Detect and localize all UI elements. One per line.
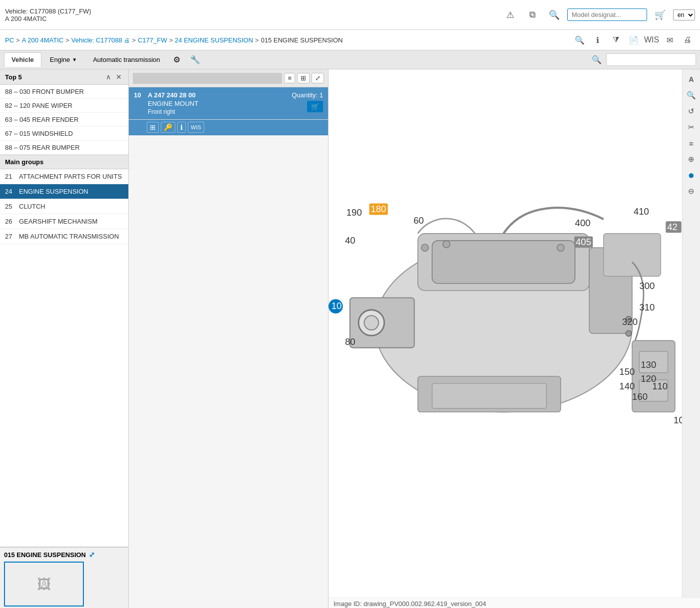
- bc-engine-susp[interactable]: 24 ENGINE SUSPENSION: [175, 36, 253, 44]
- top5-item[interactable]: 63 – 045 REAR FENDER: [0, 113, 128, 127]
- part-number: A 247 240 28 00: [148, 91, 292, 99]
- zoom-in-bc-btn[interactable]: 🔍: [572, 33, 587, 47]
- refresh-btn[interactable]: ↺: [685, 104, 699, 118]
- sidebar: Top 5 ∧ ✕ 88 – 030 FRONT BUMPER82 – 120 …: [0, 69, 129, 608]
- search-model-input[interactable]: [567, 8, 647, 21]
- part-icons-row: ⊞ 🔑 ℹ WIS: [129, 120, 328, 135]
- top5-item[interactable]: 88 – 030 FRONT BUMPER: [0, 85, 128, 99]
- part-key-icon-btn[interactable]: 🔑: [161, 122, 175, 133]
- image-area: 190 180 60 410 42 400 405 40 300: [329, 69, 700, 608]
- top5-title: Top 5: [5, 73, 22, 81]
- top5-close-btn[interactable]: ✕: [114, 72, 123, 81]
- part-wis-icon-btn[interactable]: WIS: [188, 122, 204, 133]
- callout-40: 40: [345, 235, 355, 246]
- callout-150: 150: [619, 366, 635, 377]
- copy-icon-btn[interactable]: ⧉: [523, 6, 541, 24]
- tab-engine[interactable]: Engine ▼: [42, 52, 84, 67]
- group-label: ENGINE SUSPENSION: [19, 188, 88, 195]
- top-bar-right: ⚠ ⧉ 🔍 🛒 en de fr: [501, 6, 695, 24]
- engine-diagram: 190 180 60 410 42 400 405 40 300: [329, 69, 700, 598]
- image-id-text: Image ID: drawing_PV000.002.962.419_vers…: [334, 600, 486, 608]
- group-num: 27: [5, 233, 19, 240]
- tab-icon1[interactable]: ⚙: [169, 52, 185, 67]
- part-row[interactable]: 10 A 247 240 28 00 ENGINE MOUNT Front ri…: [129, 87, 328, 120]
- tab-auto-trans[interactable]: Automatic transmission: [85, 52, 167, 67]
- breadcrumb: PC > A 200 4MATIC > Vehicle: C177088 🖨 >…: [0, 30, 700, 50]
- ext-link-icon[interactable]: ⤢: [89, 551, 95, 559]
- font-size-btn[interactable]: A: [685, 72, 699, 86]
- lang-select[interactable]: en de fr: [673, 9, 695, 20]
- thumbnail-placeholder-icon: 🖼: [37, 576, 51, 593]
- top5-item[interactable]: 88 – 075 REAR BUMPER: [0, 141, 128, 155]
- group-label: GEARSHIFT MECHANISM: [19, 218, 97, 225]
- callout-310: 310: [639, 302, 655, 312]
- callout-60: 60: [413, 215, 424, 226]
- doc-bc-btn[interactable]: 📄: [626, 33, 641, 47]
- breadcrumb-left: PC > A 200 4MATIC > Vehicle: C177088 🖨 >…: [5, 36, 343, 44]
- search-icon-btn[interactable]: 🔍: [545, 6, 563, 24]
- group-item-24[interactable]: 24ENGINE SUSPENSION: [0, 184, 128, 199]
- tab-icon2[interactable]: 🔧: [186, 52, 205, 67]
- info-bc-btn[interactable]: ℹ: [590, 33, 605, 47]
- alert-icon-btn[interactable]: ⚠: [501, 6, 519, 24]
- nav-search-input[interactable]: [606, 53, 696, 66]
- nav-search-icon[interactable]: 🔍: [589, 53, 604, 67]
- add-to-cart-btn[interactable]: 🛒: [307, 101, 323, 112]
- mail-bc-btn[interactable]: ✉: [662, 33, 677, 47]
- callout-130: 130: [641, 359, 656, 370]
- bc-fw[interactable]: C177_FW: [138, 36, 167, 44]
- callout-410: 410: [634, 206, 649, 217]
- zoom-in-btn[interactable]: ⊕: [685, 152, 699, 166]
- parts-area: ≡ ⊞ ⤢ 10 A 247 240 28 00 ENGINE MOUNT Fr…: [129, 69, 329, 608]
- group-item-27[interactable]: 27MB AUTOMATIC TRANSMISSION: [0, 229, 128, 244]
- callout-190: 190: [347, 207, 362, 218]
- part-info-icon-btn[interactable]: ℹ: [177, 122, 186, 133]
- image-controls: A 🔍 ↺ ✂ ≡ ⊕ ● ⊖: [682, 69, 700, 598]
- group-num: 26: [5, 218, 19, 225]
- bc-vehicle[interactable]: Vehicle: C177088 🖨: [71, 36, 130, 44]
- top5-item[interactable]: 82 – 120 PANE WIPER: [0, 99, 128, 113]
- tab-engine-label: Engine: [50, 56, 70, 63]
- qty-label: Quantity: 1: [292, 91, 323, 99]
- image-id-bar: Image ID: drawing_PV000.002.962.419_vers…: [329, 598, 700, 608]
- blue-dot-btn[interactable]: ●: [685, 168, 699, 182]
- tab-vehicle-label: Vehicle: [11, 56, 34, 63]
- top-bar: Vehicle: C177088 (C177_FW) A 200 4MATIC …: [0, 0, 700, 30]
- main-groups-title: Main groups: [5, 158, 43, 166]
- zoom-out-btn[interactable]: ⊖: [685, 184, 699, 198]
- groups-list: 21ATTACHMENT PARTS FOR UNITS24ENGINE SUS…: [0, 169, 128, 244]
- bc-pc[interactable]: PC: [5, 36, 14, 44]
- group-item-25[interactable]: 25CLUTCH: [0, 199, 128, 214]
- part-table-icon-btn[interactable]: ⊞: [147, 122, 159, 133]
- bottom-section: 015 ENGINE SUSPENSION ⤢ 🖼: [0, 547, 129, 608]
- cut-btn[interactable]: ✂: [685, 120, 699, 134]
- bc-current: 015 ENGINE SUSPENSION: [261, 36, 343, 44]
- svg-rect-4: [604, 234, 661, 277]
- tab-vehicle[interactable]: Vehicle: [4, 52, 41, 67]
- callout-405: 405: [576, 237, 591, 247]
- svg-rect-12: [432, 383, 546, 408]
- part-name: ENGINE MOUNT: [148, 100, 292, 107]
- grid-view-btn[interactable]: ⊞: [297, 73, 310, 83]
- main-layout: Top 5 ∧ ✕ 88 – 030 FRONT BUMPER82 – 120 …: [0, 69, 700, 608]
- print-bc-btn[interactable]: 🖨: [680, 33, 695, 47]
- vehicle-line2: A 200 4MATIC: [5, 15, 91, 22]
- svg-point-10: [557, 244, 564, 251]
- tab-auto-trans-label: Automatic transmission: [93, 56, 160, 63]
- group-label: MB AUTOMATIC TRANSMISSION: [19, 233, 119, 240]
- part-desc: Front right: [148, 108, 292, 115]
- filter-bc-btn[interactable]: ⧩: [608, 33, 623, 47]
- bc-model[interactable]: A 200 4MATIC: [22, 36, 64, 44]
- section-title-text: 015 ENGINE SUSPENSION: [4, 551, 86, 559]
- group-item-26[interactable]: 26GEARSHIFT MECHANISM: [0, 214, 128, 229]
- top5-collapse-btn[interactable]: ∧: [104, 72, 112, 81]
- svg-point-9: [443, 241, 450, 248]
- group-item-21[interactable]: 21ATTACHMENT PARTS FOR UNITS: [0, 169, 128, 184]
- list-view-btn[interactable]: ≡: [284, 73, 295, 83]
- list-btn[interactable]: ≡: [685, 136, 699, 150]
- wis-bc-btn[interactable]: WIS: [644, 33, 659, 47]
- top5-item[interactable]: 67 – 015 WINDSHIELD: [0, 127, 128, 141]
- cart-icon-btn[interactable]: 🛒: [651, 6, 669, 24]
- expand-view-btn[interactable]: ⤢: [312, 73, 324, 83]
- zoom-btn[interactable]: 🔍: [685, 88, 699, 102]
